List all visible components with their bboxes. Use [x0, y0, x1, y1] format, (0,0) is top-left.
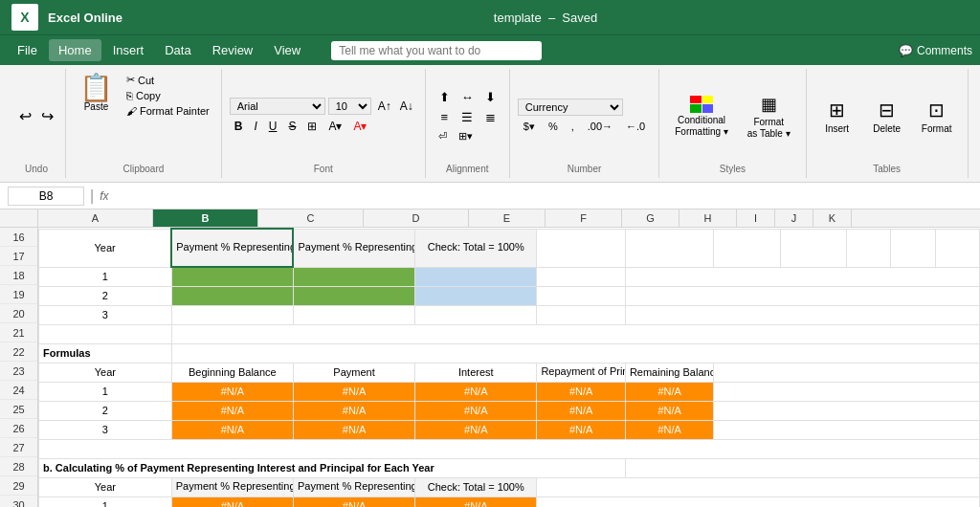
cell-c19[interactable] — [293, 305, 414, 324]
row-num-20[interactable]: 20 — [0, 304, 37, 323]
strikethrough-button[interactable]: S — [283, 118, 301, 135]
menu-data[interactable]: Data — [155, 39, 200, 61]
cell-e25[interactable]: #N/A — [537, 420, 626, 439]
align-middle-button[interactable]: ↔ — [457, 88, 479, 106]
cell-c17[interactable] — [293, 267, 414, 286]
comments-button[interactable]: 💬 Comments — [899, 44, 972, 57]
col-header-j[interactable]: J — [775, 209, 813, 227]
row-num-23[interactable]: 23 — [0, 362, 37, 381]
row-num-25[interactable]: 25 — [0, 400, 37, 419]
font-color-button[interactable]: A▾ — [348, 118, 371, 135]
cell-d22[interactable]: Interest — [415, 363, 537, 382]
row-num-16[interactable]: 16 — [0, 228, 37, 247]
cell-d25[interactable]: #N/A — [415, 420, 537, 439]
formula-input[interactable] — [115, 187, 973, 205]
comma-button[interactable]: , — [566, 119, 580, 135]
menu-review[interactable]: Review — [203, 39, 263, 61]
cell-a21[interactable]: Formulas — [39, 343, 172, 363]
cell-b17[interactable] — [171, 267, 293, 286]
cell-e23[interactable]: #N/A — [537, 382, 626, 401]
cell-a18[interactable]: 2 — [39, 286, 172, 305]
increase-decimal-button[interactable]: .00→ — [582, 119, 618, 135]
row-num-27[interactable]: 27 — [0, 438, 37, 457]
cell-a28[interactable]: Year — [39, 477, 172, 496]
cell-c25[interactable]: #N/A — [293, 420, 414, 439]
redo-button[interactable]: ↪ — [37, 105, 57, 127]
cell-a25[interactable]: 3 — [39, 420, 172, 439]
cell-d23[interactable]: #N/A — [415, 382, 537, 401]
cell-d17[interactable] — [415, 267, 537, 286]
cell-a20[interactable] — [39, 324, 172, 343]
menu-home[interactable]: Home — [49, 39, 101, 61]
cell-f16[interactable] — [625, 229, 714, 267]
conditional-formatting-button[interactable]: ConditionalFormatting ▾ — [667, 90, 736, 143]
fill-color-button[interactable]: A▾ — [323, 118, 346, 135]
wrap-text-button[interactable]: ⏎ — [434, 128, 452, 144]
format-cells-button[interactable]: ⊡ Format — [914, 93, 960, 141]
cell-c16[interactable]: Payment % Representing Principal — [293, 229, 414, 267]
row-num-30[interactable]: 30 — [0, 496, 37, 507]
number-format-select[interactable]: Currency General Number Percentage — [518, 99, 623, 116]
align-left-button[interactable]: ≡ — [434, 108, 456, 126]
cell-a22[interactable]: Year — [39, 363, 172, 382]
row-num-26[interactable]: 26 — [0, 419, 37, 438]
cell-a23[interactable]: 1 — [39, 382, 172, 401]
copy-button[interactable]: ⎘ Copy — [122, 89, 213, 102]
cell-d28[interactable]: Check: Total = 100% — [415, 477, 537, 496]
col-header-f[interactable]: F — [546, 209, 622, 227]
row-num-18[interactable]: 18 — [0, 266, 37, 285]
underline-button[interactable]: U — [264, 118, 282, 135]
cell-c18[interactable] — [293, 286, 414, 305]
cell-d18[interactable] — [415, 286, 537, 305]
cell-d19[interactable] — [415, 305, 537, 324]
cell-e17[interactable] — [537, 267, 626, 286]
cell-f22[interactable]: Remaining Balance — [625, 363, 714, 382]
row-num-29[interactable]: 29 — [0, 476, 37, 496]
cell-a19[interactable]: 3 — [39, 305, 172, 324]
cell-a24[interactable]: 2 — [39, 401, 172, 420]
font-size-select[interactable]: 10 — [328, 98, 371, 115]
cell-b19[interactable] — [171, 305, 293, 324]
col-header-a[interactable]: A — [38, 209, 153, 227]
delete-cells-button[interactable]: ⊟ Delete — [864, 93, 910, 141]
cell-a27[interactable]: b. Calculating % of Payment Representing… — [39, 458, 626, 477]
cell-d24[interactable]: #N/A — [415, 401, 537, 420]
menu-file[interactable]: File — [8, 39, 47, 61]
align-bottom-button[interactable]: ⬇ — [479, 88, 501, 106]
paste-button[interactable]: 📋 Paste — [74, 73, 119, 114]
cell-f24[interactable]: #N/A — [625, 401, 714, 420]
cell-e16[interactable] — [537, 229, 626, 267]
tell-me-input[interactable] — [331, 41, 542, 60]
italic-button[interactable]: I — [249, 118, 261, 135]
cell-g16[interactable] — [714, 229, 780, 267]
cell-a17[interactable]: 1 — [39, 267, 172, 286]
col-header-b[interactable]: B — [153, 209, 258, 227]
find-select-button[interactable]: 🔍 Find & Select ~ — [976, 140, 980, 160]
cell-c28[interactable]: Payment % Representing Principal — [293, 477, 414, 496]
decrease-decimal-button[interactable]: ←.0 — [620, 119, 651, 135]
cell-e19[interactable] — [537, 305, 626, 324]
cell-b22[interactable]: Beginning Balance — [171, 363, 293, 382]
cell-c29[interactable]: #N/A — [293, 496, 414, 507]
row-num-17[interactable]: 17 — [0, 247, 37, 266]
merge-cells-button[interactable]: ⊞▾ — [454, 128, 478, 144]
cell-c22[interactable]: Payment — [293, 363, 414, 382]
cell-i16[interactable] — [847, 229, 891, 267]
format-as-table-button[interactable]: ▦ Formatas Table ▾ — [740, 88, 798, 145]
cell-d29[interactable]: #N/A — [415, 496, 537, 507]
cell-b16[interactable]: Payment % Representing Interest — [171, 229, 293, 267]
cell-k16[interactable] — [935, 229, 979, 267]
row-num-28[interactable]: 28 — [0, 457, 37, 476]
cell-b25[interactable]: #N/A — [171, 420, 293, 439]
dollar-button[interactable]: $▾ — [518, 119, 541, 135]
align-center-button[interactable]: ☰ — [457, 108, 479, 126]
cell-e24[interactable]: #N/A — [537, 401, 626, 420]
col-header-e[interactable]: E — [469, 209, 546, 227]
cell-a16[interactable]: Year — [39, 229, 172, 267]
undo-button[interactable]: ↩ — [15, 105, 35, 127]
row-num-24[interactable]: 24 — [0, 381, 37, 400]
insert-cells-button[interactable]: ⊞ Insert — [814, 93, 860, 141]
bold-button[interactable]: B — [230, 118, 248, 135]
row-num-22[interactable]: 22 — [0, 342, 37, 362]
tell-me-area[interactable] — [331, 41, 878, 60]
